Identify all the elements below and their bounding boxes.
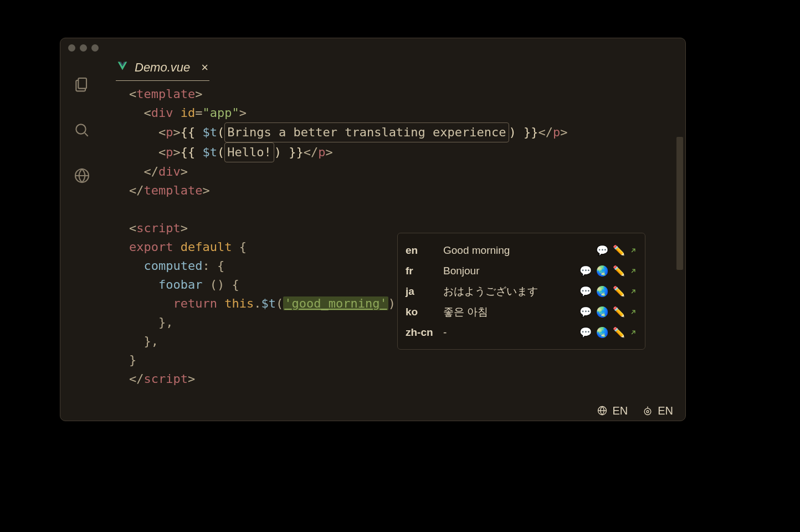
status-source-lang[interactable]: EN	[642, 405, 673, 417]
pencil-icon[interactable]: ✏️	[613, 244, 625, 257]
svg-rect-0	[78, 78, 86, 89]
translation-row-ja: jaおはようございます💬🌏✏️	[406, 281, 637, 301]
globe-icon[interactable]: 🌏	[596, 306, 608, 318]
globe-icon[interactable]: 🌏	[596, 285, 608, 298]
status-display-lang[interactable]: EN	[597, 405, 628, 417]
tab-bar: Demo.vue ×	[104, 57, 685, 81]
open-icon[interactable]	[629, 267, 637, 275]
translation-value: -	[443, 326, 580, 339]
translation-lang: ko	[406, 306, 443, 318]
speech-icon[interactable]: 💬	[596, 244, 608, 257]
open-icon[interactable]	[629, 308, 637, 316]
pencil-icon[interactable]: ✏️	[613, 306, 625, 318]
pencil-icon[interactable]: ✏️	[613, 265, 625, 277]
traffic-light-minimize[interactable]	[80, 44, 87, 52]
editor-window: Demo.vue × <template> <div id="app"> <p>…	[60, 38, 686, 421]
svg-point-4	[644, 408, 651, 415]
status-source-lang-label: EN	[658, 405, 673, 417]
svg-point-1	[76, 124, 85, 134]
tab-close-icon[interactable]: ×	[201, 60, 208, 75]
tab-filename: Demo.vue	[135, 60, 190, 75]
translation-lang: zh-cn	[406, 326, 443, 339]
translation-value: Bonjour	[443, 265, 580, 277]
translation-row-fr: frBonjour💬🌏✏️	[406, 260, 637, 281]
speech-icon[interactable]: 💬	[580, 265, 592, 277]
search-icon[interactable]	[73, 121, 91, 141]
open-icon[interactable]	[629, 288, 637, 295]
i18n-globe-icon[interactable]	[73, 167, 91, 187]
translation-value: 좋은 아침	[443, 305, 580, 319]
traffic-light-zoom[interactable]	[91, 44, 99, 52]
translation-row-en: enGood morning💬✏️	[406, 240, 637, 260]
translation-row-zh-cn: zh-cn-💬🌏✏️	[406, 322, 637, 342]
speech-icon[interactable]: 💬	[580, 285, 592, 298]
translation-value: Good morning	[443, 244, 596, 257]
speech-icon[interactable]: 💬	[580, 326, 592, 339]
vue-file-icon	[117, 60, 128, 75]
explorer-icon[interactable]	[73, 76, 91, 96]
status-bar: EN EN	[60, 401, 685, 421]
translation-row-ko: ko좋은 아침💬🌏✏️	[406, 301, 637, 322]
open-icon[interactable]	[629, 247, 637, 254]
target-icon	[642, 405, 653, 416]
inline-hint-1[interactable]: Brings a better translating experience	[224, 122, 509, 142]
translation-lang: fr	[406, 265, 443, 277]
translation-value: おはようございます	[443, 284, 580, 299]
globe-icon[interactable]: 🌏	[596, 326, 608, 339]
svg-point-5	[647, 411, 649, 413]
status-display-lang-label: EN	[612, 405, 628, 417]
pencil-icon[interactable]: ✏️	[613, 326, 625, 339]
translation-lang: ja	[406, 285, 443, 298]
globe-icon	[597, 405, 608, 416]
inline-hint-2[interactable]: Hello!	[224, 142, 274, 162]
tab-demo-vue[interactable]: Demo.vue ×	[116, 58, 209, 81]
translation-popup: enGood morning💬✏️frBonjour💬🌏✏️jaおはようございま…	[397, 233, 645, 350]
speech-icon[interactable]: 💬	[580, 306, 592, 318]
window-titlebar	[60, 38, 685, 57]
pencil-icon[interactable]: ✏️	[613, 285, 625, 298]
open-icon[interactable]	[629, 329, 637, 336]
traffic-light-close[interactable]	[68, 44, 75, 52]
globe-icon[interactable]: 🌏	[596, 265, 608, 277]
editor-scrollbar[interactable]	[676, 137, 683, 270]
translation-lang: en	[406, 244, 443, 257]
activity-bar	[60, 57, 104, 401]
